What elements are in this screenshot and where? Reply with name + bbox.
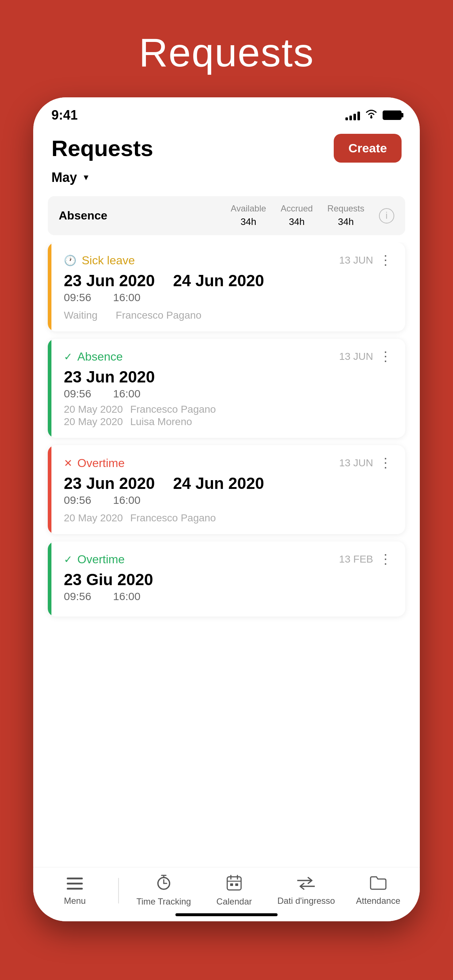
- nav-dati-ingresso[interactable]: Dati d'ingresso: [277, 875, 335, 906]
- card-meta-date-2: 20 May 2020: [64, 416, 123, 428]
- card-end-time: 16:00: [113, 388, 140, 400]
- nav-dati-ingresso-label: Dati d'ingresso: [277, 896, 335, 906]
- card-border-indicator: [48, 445, 51, 534]
- signal-icon: [345, 110, 360, 120]
- card-date-badge: 13 JUN: [339, 255, 373, 266]
- wifi-icon: [365, 109, 378, 122]
- nav-calendar[interactable]: Calendar: [209, 875, 260, 907]
- status-bar: 9:41: [33, 97, 420, 127]
- svg-point-0: [370, 116, 372, 118]
- card-border-indicator: [48, 242, 51, 331]
- request-card-2[interactable]: ✓ Absence 13 JUN ⋮ 23 Jun 2020 09:56 16:…: [48, 339, 405, 438]
- nav-time-tracking-label: Time Tracking: [136, 897, 191, 907]
- card-date-badge: 13 JUN: [339, 351, 373, 363]
- header-title: Requests: [51, 135, 153, 161]
- card-end-time: 16:00: [113, 494, 140, 506]
- card-border-indicator: [48, 339, 51, 438]
- bar1: [345, 118, 348, 120]
- app-header: Requests Create: [33, 127, 420, 166]
- card-border-indicator: [48, 541, 51, 617]
- summary-stats: Available 34h Accrued 34h Requests 34h i: [231, 204, 394, 228]
- summary-absence-label: Absence: [59, 209, 107, 223]
- page-background-title: Requests: [0, 0, 453, 97]
- card-meta-info: 20 May 2020 Francesco Pagano 20 May 2020…: [64, 404, 394, 428]
- card-start-date: 23 Jun 2020: [64, 368, 155, 386]
- month-label: May: [51, 170, 77, 185]
- svg-rect-1: [67, 878, 83, 880]
- available-stat: Available 34h: [231, 204, 266, 228]
- svg-rect-14: [235, 883, 238, 886]
- arrows-icon: [297, 875, 315, 894]
- requests-value: 34h: [338, 214, 354, 228]
- card-end-date: 24 Jun 2020: [173, 272, 265, 290]
- dropdown-arrow-icon: ▼: [82, 173, 90, 182]
- summary-bar: Absence Available 34h Accrued 34h Reques…: [48, 196, 405, 235]
- card-date-badge: 13 FEB: [339, 554, 373, 565]
- svg-rect-2: [67, 883, 83, 885]
- calendar-icon: [226, 875, 242, 894]
- card-start-date: 23 Jun 2020: [64, 272, 155, 290]
- bar2: [349, 116, 352, 120]
- card-more-button[interactable]: ⋮: [377, 552, 394, 567]
- menu-icon: [67, 875, 83, 894]
- request-card-4[interactable]: ✓ Overtime 13 FEB ⋮ 23 Giu 2020 09:56 16…: [48, 541, 405, 617]
- nav-attendance-label: Attendance: [356, 896, 400, 906]
- card-type-label: ✓ Overtime: [64, 553, 125, 566]
- phone-frame: 9:41 Requests Create May: [33, 97, 420, 921]
- card-meta-person-1: Francesco Pagano: [130, 404, 216, 415]
- create-button[interactable]: Create: [334, 134, 402, 162]
- card-meta-date-1: 20 May 2020: [64, 404, 123, 415]
- card-end-time: 16:00: [113, 291, 140, 304]
- card-end-date: 24 Jun 2020: [173, 474, 265, 493]
- card-type-label: ✓ Absence: [64, 350, 123, 363]
- card-meta-person-2: Luisa Moreno: [130, 416, 192, 428]
- nav-menu-label: Menu: [64, 896, 86, 906]
- svg-rect-3: [67, 888, 83, 889]
- available-value: 34h: [240, 214, 256, 228]
- card-more-button[interactable]: ⋮: [377, 349, 394, 364]
- accrued-value: 34h: [289, 214, 305, 228]
- card-type-label: 🕐 Sick leave: [64, 254, 135, 267]
- nav-time-tracking[interactable]: Time Tracking: [136, 875, 191, 907]
- card-type-label: ✕ Overtime: [64, 457, 125, 470]
- battery-icon: [383, 110, 402, 120]
- nav-attendance[interactable]: Attendance: [353, 875, 404, 906]
- check-icon: ✓: [64, 554, 72, 565]
- card-person: Francesco Pagano: [116, 310, 201, 321]
- requests-label: Requests: [327, 204, 364, 214]
- card-start-time: 09:56: [64, 291, 91, 304]
- svg-rect-9: [227, 877, 241, 890]
- page-title: Requests: [139, 29, 314, 75]
- card-start-date: 23 Jun 2020: [64, 474, 155, 493]
- month-filter[interactable]: May ▼: [33, 166, 420, 192]
- home-indicator: [175, 913, 278, 916]
- card-start-time: 09:56: [64, 590, 91, 603]
- x-icon: ✕: [64, 457, 72, 469]
- time-tracking-icon: [156, 875, 172, 894]
- card-more-button[interactable]: ⋮: [377, 455, 394, 471]
- nav-menu[interactable]: Menu: [49, 875, 100, 906]
- clock-icon: 🕐: [64, 255, 77, 267]
- nav-divider: [118, 878, 119, 904]
- folder-icon: [370, 875, 387, 894]
- card-meta-person: Francesco Pagano: [130, 512, 216, 524]
- card-start-date: 23 Giu 2020: [64, 571, 153, 589]
- accrued-stat: Accrued 34h: [281, 204, 313, 228]
- svg-rect-13: [230, 883, 233, 886]
- available-label: Available: [231, 204, 266, 214]
- request-card-1[interactable]: 🕐 Sick leave 13 JUN ⋮ 23 Jun 2020 24 Jun…: [48, 242, 405, 331]
- status-icons: [345, 109, 402, 122]
- card-date-badge: 13 JUN: [339, 457, 373, 469]
- accrued-label: Accrued: [281, 204, 313, 214]
- card-more-button[interactable]: ⋮: [377, 253, 394, 268]
- status-time: 9:41: [51, 108, 78, 123]
- cards-list: 🕐 Sick leave 13 JUN ⋮ 23 Jun 2020 24 Jun…: [33, 242, 420, 859]
- card-status: Waiting: [64, 310, 97, 321]
- card-start-time: 09:56: [64, 388, 91, 400]
- request-card-3[interactable]: ✕ Overtime 13 JUN ⋮ 23 Jun 2020 24 Jun 2…: [48, 445, 405, 534]
- check-icon: ✓: [64, 351, 72, 363]
- requests-stat: Requests 34h: [327, 204, 364, 228]
- card-start-time: 09:56: [64, 494, 91, 506]
- bar4: [357, 111, 360, 120]
- info-icon[interactable]: i: [379, 208, 394, 223]
